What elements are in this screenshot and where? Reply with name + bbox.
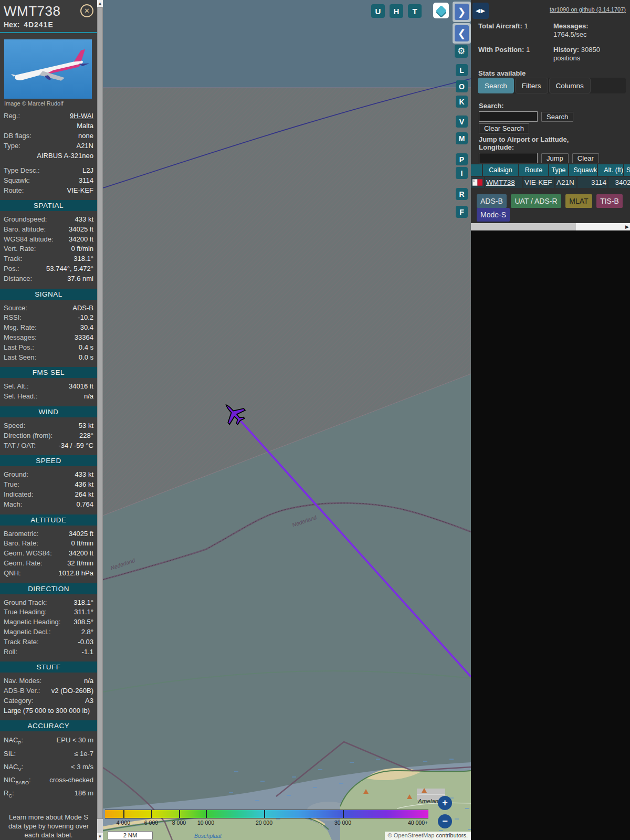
chip-adsb[interactable]: ADS-B	[477, 194, 507, 208]
hex-code: Hex: 4D241E	[0, 19, 97, 32]
map-layers: Nederland Nederland	[103, 0, 471, 840]
sidebar-section-accuracy: ACCURACY NACP: EPU < 30 m SIL: ≤ 1e-7 NA…	[0, 720, 97, 801]
jump-button[interactable]: Jump	[541, 153, 569, 163]
data-row: Magnetic Heading:308.5°	[0, 617, 97, 627]
map-button-p[interactable]: P	[456, 153, 468, 165]
col-callsign[interactable]: Callsign	[483, 164, 518, 176]
tab-filters[interactable]: Filters	[515, 78, 548, 93]
alt-tick: 6 000	[144, 820, 158, 826]
section-header: FMS SEL	[0, 367, 97, 378]
search-input[interactable]	[479, 111, 538, 122]
data-row: ADS-B Ver.:v2 (DO-260B)	[0, 686, 97, 696]
scroll-down-icon[interactable]: ▼	[97, 833, 103, 840]
col-alt[interactable]: Alt. (ft)	[598, 164, 623, 176]
chip-uat[interactable]: UAT / ADS-R	[511, 194, 561, 208]
jump-label: Jump to Airport or Latitude, Longitude:	[479, 135, 589, 151]
map-button-i[interactable]: I	[456, 167, 468, 179]
map-button-v[interactable]: V	[456, 116, 468, 128]
table-horizontal-scrollbar[interactable]: ▶	[471, 223, 630, 230]
tab-search[interactable]: Search	[478, 78, 514, 93]
data-row: Track:318.1°	[0, 254, 97, 264]
chip-modes[interactable]: Mode-S	[477, 208, 510, 222]
data-row: Baro. altitude:34025 ft	[0, 225, 97, 235]
data-row: Track Rate:-0.03	[0, 637, 97, 647]
data-row: True:436 kt	[0, 480, 97, 490]
scroll-right-icon[interactable]: ▶	[625, 223, 629, 230]
col-type[interactable]: Type	[549, 164, 568, 176]
attribution-link[interactable]: contributors.	[436, 832, 468, 838]
col-speed[interactable]: S	[624, 164, 630, 176]
table-header-row: Callsign Route Type Squawk Alt. (ft) S	[471, 164, 630, 176]
data-row: TAT / OAT:-34 / -59 °C	[0, 441, 97, 451]
data-row: Magnetic Decl.:2.8°	[0, 627, 97, 637]
data-row: NICBARO: cross-checked	[0, 775, 97, 788]
prev-aircraft-frame: ❮	[453, 23, 471, 44]
map-canvas[interactable]: Nederland Nederland	[103, 0, 471, 840]
search-button[interactable]: Search	[541, 112, 573, 122]
alt-tick: 30 000	[334, 820, 351, 826]
panel-top: ◀▶ tar1090 on github (3.14.1707) Total A…	[471, 0, 630, 223]
map-button-t[interactable]: T	[408, 4, 422, 18]
place-label-boschplaat: Boschplaat	[194, 833, 222, 839]
col-squawk[interactable]: Squawk	[569, 164, 597, 176]
data-row: Speed:53 kt	[0, 421, 97, 431]
sidebar-section-signal: SIGNAL Source:ADS-B RSSI:-10.2 Msg. Rate…	[0, 289, 97, 363]
registration-link[interactable]: 9H-WAI	[70, 111, 93, 121]
search-label: Search:	[479, 102, 627, 110]
section-header: SIGNAL	[0, 289, 97, 300]
data-row: Sel. Head.:n/a	[0, 392, 97, 402]
map-button-f[interactable]: F	[456, 206, 468, 218]
version-link[interactable]: tar1090 on github (3.14.1707)	[550, 6, 626, 13]
alt-tick: 4 000	[117, 820, 130, 826]
photo-credit: Image © Marcel Rudolf	[0, 99, 97, 111]
data-row: NACP: EPU < 30 m	[0, 735, 97, 748]
data-row: Groundspeed:433 kt	[0, 215, 97, 225]
clear-jump-button[interactable]: Clear	[572, 153, 599, 163]
data-row: QNH:1012.8 hPa	[0, 569, 97, 579]
prev-aircraft-button[interactable]: ❮	[455, 25, 469, 41]
row-alt: 34025	[608, 177, 630, 188]
map-button-m[interactable]: M	[456, 132, 468, 144]
tab-columns[interactable]: Columns	[549, 78, 591, 93]
section-header: WIND	[0, 406, 97, 417]
chip-tisb[interactable]: TIS-B	[596, 194, 623, 208]
map-button-u[interactable]: U	[371, 4, 385, 18]
zoom-out-button[interactable]: −	[438, 814, 452, 828]
layers-button[interactable]	[433, 3, 449, 18]
data-row: WGS84 altitude:34200 ft	[0, 235, 97, 245]
zoom-in-button[interactable]: +	[438, 796, 452, 810]
data-row: Messages:33364	[0, 333, 97, 343]
map-button-h[interactable]: H	[390, 4, 403, 18]
map-button-k[interactable]: K	[456, 96, 468, 108]
col-route[interactable]: Route	[519, 164, 548, 176]
data-row: Nav. Modes:n/a	[0, 676, 97, 686]
right-panel: ◀▶ tar1090 on github (3.14.1707) Total A…	[471, 0, 630, 840]
clear-search-button[interactable]: Clear Search	[479, 123, 529, 133]
settings-gear-icon[interactable]: ⚙	[455, 45, 468, 58]
row-route: VIE-KEF	[523, 177, 554, 188]
row-callsign-link[interactable]: WMT738	[486, 178, 515, 186]
data-row: Last Pos.:0.4 s	[0, 343, 97, 353]
section-header: SPEED	[0, 455, 97, 466]
col-flag[interactable]	[471, 164, 482, 176]
callsign-title: WMT738	[4, 3, 60, 19]
chip-mlat[interactable]: MLAT	[565, 194, 592, 208]
sidebar-footer-note: Learn more about Mode S data type by hov…	[0, 813, 97, 839]
altitude-color-legend	[105, 810, 428, 818]
data-row: Last Seen:0.0 s	[0, 353, 97, 363]
scrollbar-thumb[interactable]	[471, 223, 576, 230]
scroll-up-icon[interactable]: ▲	[97, 0, 103, 7]
close-icon[interactable]: ✕	[80, 4, 93, 17]
map-button-l[interactable]: L	[456, 64, 468, 76]
data-row: Mach:0.764	[0, 500, 97, 510]
map-button-o[interactable]: O	[456, 80, 468, 92]
panel-collapse-icon[interactable]: ◀▶	[472, 3, 489, 19]
sidebar-section-direction: DIRECTION Ground Track:318.1° True Headi…	[0, 583, 97, 657]
scrollbar-thumb[interactable]	[97, 7, 103, 819]
jump-input[interactable]	[479, 153, 538, 163]
sidebar-scrollbar[interactable]: ▲ ▼	[97, 0, 103, 840]
data-row: RC: 186 m	[0, 788, 97, 801]
map-button-r[interactable]: R	[456, 188, 468, 200]
next-aircraft-button[interactable]: ❯	[455, 4, 469, 20]
table-row[interactable]: WMT738 VIE-KEF A21N 3114 34025	[471, 176, 630, 188]
